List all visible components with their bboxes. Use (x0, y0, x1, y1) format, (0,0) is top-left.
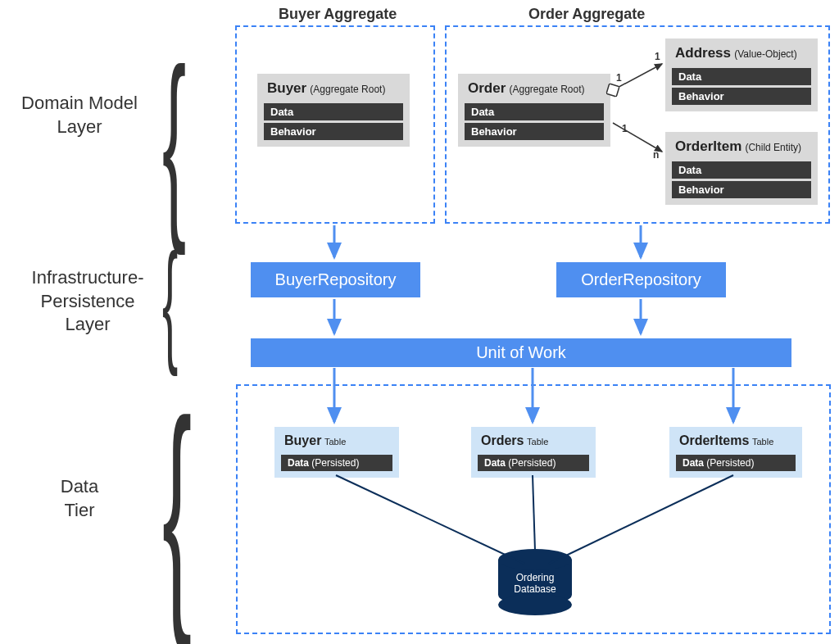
table-buyer-title: Buyer Table (281, 432, 392, 452)
table-orderitems-data: Data (Persisted) (676, 455, 796, 471)
entity-address-behavior: Behavior (672, 88, 811, 105)
entity-order-data: Data (465, 103, 604, 120)
table-orders: Orders Table Data (Persisted) (471, 427, 596, 478)
entity-buyer-data: Data (264, 103, 403, 120)
table-orders-data: Data (Persisted) (478, 455, 589, 471)
layer-label-data: DataTier (10, 475, 149, 522)
table-orders-title: Orders Table (478, 432, 589, 452)
entity-orderitem-title: OrderItem (Child Entity) (672, 137, 811, 159)
card-order-to-address-1: 1 (616, 72, 622, 84)
entity-orderitem: OrderItem (Child Entity) Data Behavior (665, 132, 818, 205)
card-order-to-item-1: 1 (622, 123, 628, 134)
table-orderitems: OrderItems Table Data (Persisted) (669, 427, 802, 478)
card-address-1: 1 (655, 51, 660, 62)
table-buyer-data: Data (Persisted) (281, 455, 392, 471)
brace-data: { (162, 383, 192, 637)
database-label: OrderingDatabase (498, 572, 572, 596)
entity-order-behavior: Behavior (465, 123, 604, 140)
table-orderitems-title: OrderItems Table (676, 432, 796, 452)
entity-order: Order (Aggregate Root) Data Behavior (458, 74, 610, 147)
entity-orderitem-data: Data (672, 161, 811, 179)
layer-label-infra: Infrastructure-PersistenceLayer (10, 266, 166, 337)
order-aggregate-title: Order Aggregate (528, 6, 645, 23)
unit-of-work: Unit of Work (251, 338, 791, 367)
card-orderitem-n: n (653, 149, 659, 161)
entity-buyer-behavior: Behavior (264, 123, 403, 140)
entity-address-title: Address (Value-Object) (672, 43, 811, 66)
table-buyer: Buyer Table Data (Persisted) (274, 427, 399, 478)
buyer-repository: BuyerRepository (251, 262, 420, 297)
entity-buyer: Buyer (Aggregate Root) Data Behavior (257, 74, 410, 147)
layer-label-domain: Domain ModelLayer (10, 92, 149, 138)
order-repository: OrderRepository (556, 262, 726, 297)
entity-orderitem-behavior: Behavior (672, 181, 811, 198)
entity-address-data: Data (672, 68, 811, 85)
brace-domain: { (162, 39, 186, 244)
brace-infra: { (162, 234, 178, 370)
entity-address: Address (Value-Object) Data Behavior (665, 39, 818, 111)
buyer-aggregate-title: Buyer Aggregate (279, 6, 397, 23)
entity-buyer-title: Buyer (Aggregate Root) (264, 79, 403, 101)
entity-order-title: Order (Aggregate Root) (465, 79, 604, 101)
